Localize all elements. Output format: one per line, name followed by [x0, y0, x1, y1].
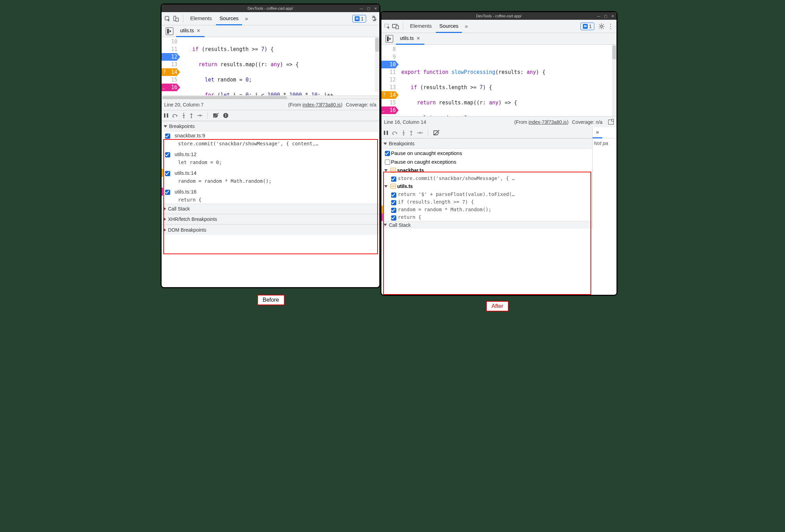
more-tabs-icon[interactable]: » — [243, 15, 250, 23]
inspect-select-icon[interactable] — [383, 23, 391, 30]
close-icon[interactable]: ✕ — [416, 36, 420, 41]
tab-elements[interactable]: Elements — [407, 20, 435, 33]
step-over-icon[interactable] — [172, 113, 178, 118]
gear-icon[interactable] — [598, 23, 605, 30]
conditional-bp-marker[interactable]: ⠤16 — [162, 84, 180, 91]
from-link[interactable]: index-73f73a80.js — [528, 119, 567, 125]
checkbox-checked-icon[interactable] — [391, 177, 396, 182]
dom-bp-pane-header[interactable]: DOM Breakpoints — [162, 224, 379, 235]
more-tabs-icon[interactable]: » — [463, 23, 470, 30]
step-icon[interactable] — [417, 130, 423, 135]
debugger-toolbar — [162, 110, 379, 121]
svg-point-9 — [191, 117, 192, 118]
tab-elements[interactable]: Elements — [187, 12, 216, 25]
code-editor[interactable]: 10 11 12 13 ?14 15 ⠤16 if (results.lengt… — [162, 37, 379, 95]
checkbox-unchecked-icon[interactable] — [385, 160, 390, 165]
titlebar: DevTools - coffee-cart.app/ — ▢ ✕ — [381, 12, 616, 20]
bp-group-utils[interactable]: <>utils.ts — [381, 182, 616, 190]
device-icon[interactable] — [172, 15, 180, 23]
checkbox-checked-icon[interactable] — [165, 134, 170, 139]
window-minimize-icon[interactable]: — — [359, 6, 364, 11]
window-maximize-icon[interactable]: ▢ — [603, 14, 608, 18]
pause-icon[interactable] — [383, 130, 388, 135]
checkbox-checked-icon[interactable] — [385, 151, 390, 156]
file-tab-utils[interactable]: utils.ts ✕ — [176, 25, 205, 37]
coverage-status: Coverage: n/a — [346, 102, 377, 108]
checkbox-checked-icon[interactable] — [165, 152, 170, 157]
step-over-icon[interactable] — [392, 130, 398, 135]
bp-row[interactable]: if (results.length >= 7) {10 — [381, 198, 616, 206]
device-icon[interactable] — [392, 23, 399, 30]
navigator-toggle-icon[interactable] — [386, 35, 393, 43]
bp-row[interactable]: random = random * Math.random();14 — [381, 206, 616, 213]
right-side-panel: » Not pa — [592, 127, 616, 229]
step-out-icon[interactable] — [189, 113, 193, 118]
source-file-icon: <> — [390, 168, 396, 173]
pause-uncaught[interactable]: Pause on uncaught exceptions — [381, 149, 616, 157]
file-tab-utils[interactable]: utils.ts ✕ — [396, 33, 425, 45]
breakpoints-pane-header[interactable]: Breakpoints — [381, 138, 616, 149]
line-gutter[interactable]: 8 9 10 11 12 13 ?14 15 ⠤16 — [381, 45, 402, 116]
tab-sources[interactable]: Sources — [436, 20, 462, 33]
xhr-bp-pane-header[interactable]: XHR/fetch Breakpoints — [162, 214, 379, 224]
svg-rect-21 — [387, 131, 388, 135]
bp-row[interactable]: store.commit('snackbar/showMessage', { …… — [381, 174, 616, 182]
breakpoints-pane-header[interactable]: Breakpoints — [162, 121, 379, 131]
pause-caught[interactable]: Pause on caught exceptions — [381, 157, 616, 166]
deactivate-bp-icon[interactable] — [213, 113, 219, 118]
checkbox-checked-icon[interactable] — [391, 208, 396, 213]
issues-badge[interactable]: 1 — [352, 15, 366, 23]
navigator-toggle-icon[interactable] — [166, 27, 173, 35]
gear-icon[interactable] — [370, 15, 377, 23]
from-link[interactable]: index-73f73a80.js — [302, 102, 341, 108]
bp-row[interactable]: return '$' + parseFloat(value).toFixed(…… — [381, 190, 616, 198]
step-into-icon[interactable] — [182, 113, 186, 118]
logpoint-marker[interactable]: ?14 — [162, 68, 180, 76]
step-icon[interactable] — [197, 113, 202, 118]
checkbox-checked-icon[interactable] — [165, 171, 170, 176]
window-close-icon[interactable]: ✕ — [610, 14, 615, 18]
bp-item[interactable]: utils.ts:16 — [162, 188, 379, 196]
kebab-icon[interactable]: ⋮ — [607, 23, 614, 30]
checkbox-checked-icon[interactable] — [391, 192, 396, 198]
chevron-down-icon — [384, 169, 388, 172]
logpoint-marker[interactable]: ?14 — [381, 91, 399, 99]
bp-group-snackbar[interactable]: <>snackbar.ts — [381, 166, 616, 174]
callstack-pane-header[interactable]: Call Stack — [162, 204, 379, 214]
issues-count: 1 — [589, 24, 592, 29]
window-minimize-icon[interactable]: — — [596, 14, 601, 18]
step-into-icon[interactable] — [402, 130, 406, 136]
callstack-pane-header[interactable]: Call Stack — [381, 221, 616, 229]
bp-row[interactable]: return {16 — [381, 213, 616, 221]
coverage-box-icon[interactable] — [608, 120, 614, 125]
svg-rect-14 — [225, 114, 226, 116]
cursor-pos: Line 16, Column 14 — [384, 119, 426, 125]
step-out-icon[interactable] — [409, 130, 413, 136]
bp-item[interactable]: utils.ts:14 — [162, 169, 379, 177]
more-tabs-icon[interactable]: » — [593, 127, 603, 138]
svg-rect-1 — [174, 16, 176, 21]
checkbox-checked-icon[interactable] — [391, 215, 396, 221]
issues-badge[interactable]: 1 — [580, 23, 594, 30]
bp-item[interactable]: utils.ts:12 — [162, 150, 379, 158]
pause-icon[interactable] — [164, 113, 169, 118]
source-from: (From index-73f73a80.js) — [288, 102, 342, 108]
window-close-icon[interactable]: ✕ — [373, 6, 378, 11]
svg-point-11 — [201, 115, 202, 116]
horizontal-scrollbar[interactable] — [162, 95, 379, 99]
tab-sources[interactable]: Sources — [216, 12, 242, 25]
inspect-icon[interactable] — [164, 15, 171, 23]
line-gutter[interactable]: 10 11 12 13 ?14 15 ⠤16 — [162, 37, 183, 95]
caption-before: Before — [257, 295, 285, 305]
code-editor[interactable]: 8 9 10 11 12 13 ?14 15 ⠤16 export functi… — [381, 45, 616, 116]
main-toolbar: Elements Sources » 1 — [162, 12, 379, 25]
checkbox-checked-icon[interactable] — [391, 200, 396, 205]
chevron-right-icon — [164, 217, 166, 221]
window-maximize-icon[interactable]: ▢ — [366, 6, 371, 11]
close-icon[interactable]: ✕ — [197, 28, 200, 33]
pause-exceptions-icon[interactable] — [223, 113, 228, 118]
bp-item[interactable]: snackbar.ts:9 — [162, 131, 379, 139]
deactivate-bp-icon[interactable] — [433, 130, 440, 136]
checkbox-checked-icon[interactable] — [165, 190, 170, 195]
conditional-bp-marker[interactable]: ⠤16 — [381, 106, 399, 114]
